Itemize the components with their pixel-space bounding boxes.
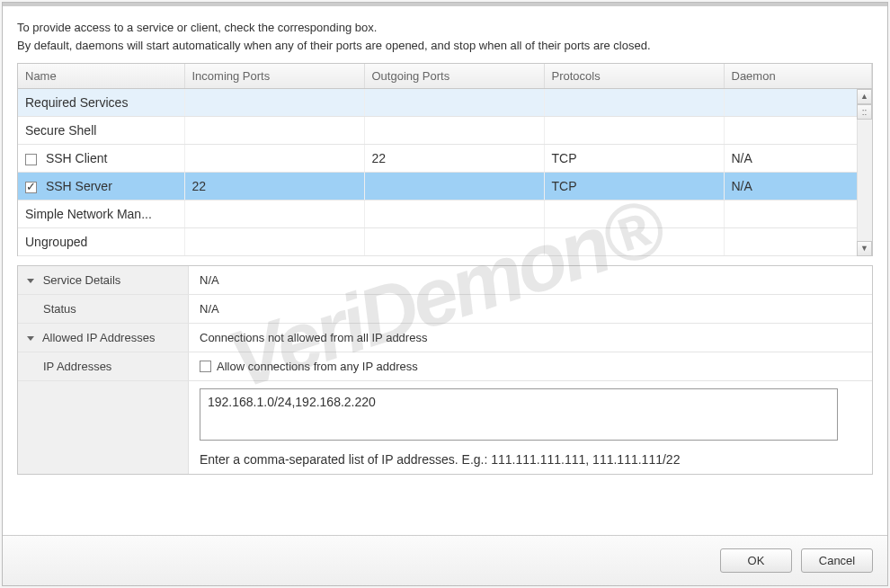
ip-addresses-input[interactable] [200,388,838,441]
row-ssh-server[interactable]: SSH Server 22 TCP N/A [18,173,872,200]
col-daemon[interactable]: Daemon [724,64,872,89]
cancel-button[interactable]: Cancel [801,548,873,573]
allow-any-label: Allow connections from any IP address [217,360,418,373]
row-ssh-client[interactable]: SSH Client 22 TCP N/A [18,145,872,173]
firewall-services-dialog: To provide access to a service or client… [2,2,888,586]
chevron-down-icon [27,279,34,283]
ip-hint: Enter a comma-separated list of IP addre… [200,452,861,467]
ssh-server-daemon: N/A [724,173,872,200]
ssh-server-outgoing [364,173,544,200]
col-incoming[interactable]: Incoming Ports [184,64,364,89]
ip-addresses-label: IP Addresses [18,352,189,380]
ssh-server-protocols: TCP [544,173,724,200]
intro-text: To provide access to a service or client… [17,19,873,54]
cell-required-name: Required Services [18,89,184,117]
service-details-panel: Service Details N/A Status N/A Allowed I… [17,265,873,475]
service-details-header[interactable]: Service Details [18,266,189,294]
intro-line2: By default, daemons will start automatic… [17,37,873,55]
allowed-ip-header[interactable]: Allowed IP Addresses [18,324,189,352]
ssh-client-protocols: TCP [544,145,724,173]
ssh-server-label: SSH Server [46,179,112,193]
row-required-services[interactable]: Required Services [18,89,872,117]
allow-any-checkbox[interactable] [200,361,211,372]
ssh-client-incoming [184,145,364,173]
ip-addresses-spacer [18,381,189,474]
cell-ungrouped: Ungrouped [18,228,184,256]
ok-button[interactable]: OK [720,548,792,573]
dialog-content: To provide access to a service or client… [3,6,887,535]
ssh-client-outgoing: 22 [364,145,544,173]
intro-line1: To provide access to a service or client… [17,19,873,37]
table-header-row: Name Incoming Ports Outgoing Ports Proto… [18,64,872,89]
allowed-ip-label: Allowed IP Addresses [42,331,156,344]
cell-snmp: Simple Network Man... [18,200,184,228]
cell-secure-shell: Secure Shell [18,117,184,145]
allowed-ip-value: Connections not allowed from all IP addr… [189,324,872,352]
chevron-down-icon [27,336,34,341]
ssh-client-checkbox[interactable] [25,154,37,165]
service-details-label: Service Details [43,273,121,287]
ssh-client-daemon: N/A [724,145,872,173]
scroll-down-icon[interactable]: ▼ [857,241,872,256]
dialog-footer: OK Cancel [3,535,887,585]
allow-any-row: Allow connections from any IP address [200,360,861,373]
col-name[interactable]: Name [18,64,184,89]
services-table-wrap: Name Incoming Ports Outgoing Ports Proto… [17,63,873,256]
col-outgoing[interactable]: Outgoing Ports [364,64,544,89]
ssh-server-checkbox[interactable] [25,182,37,193]
scroll-up-icon[interactable]: ▲ [857,89,872,104]
service-details-value: N/A [189,266,872,294]
col-protocols[interactable]: Protocols [544,64,724,89]
row-ungrouped[interactable]: Ungrouped [18,228,872,256]
row-snmp[interactable]: Simple Network Man... [18,200,872,228]
ssh-server-incoming: 22 [184,173,364,200]
row-secure-shell[interactable]: Secure Shell [18,117,872,145]
status-value: N/A [189,295,872,323]
ssh-client-label: SSH Client [46,151,107,165]
services-table: Name Incoming Ports Outgoing Ports Proto… [18,64,872,256]
status-label: Status [18,295,189,323]
scroll-grip-icon[interactable]: :: [857,104,872,120]
